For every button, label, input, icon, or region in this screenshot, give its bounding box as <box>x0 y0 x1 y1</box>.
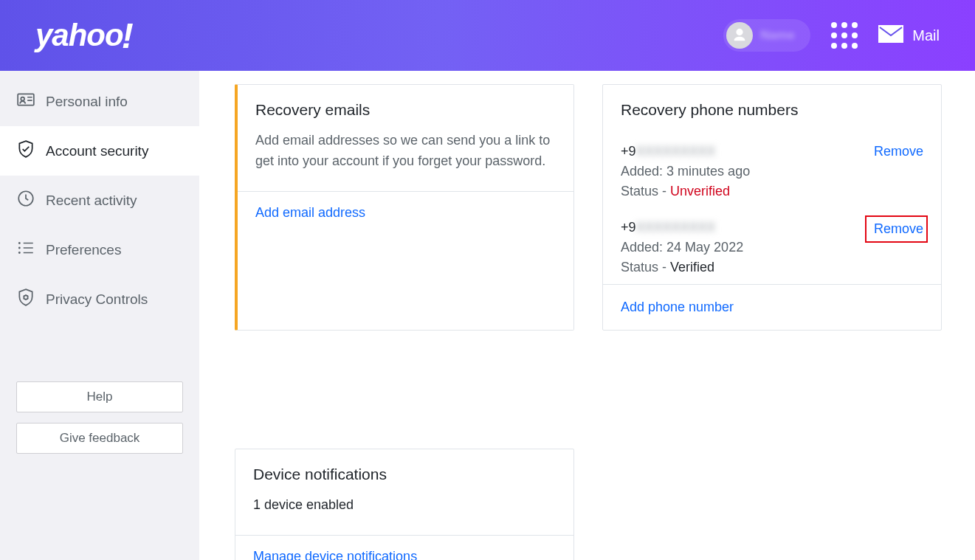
mail-icon <box>878 25 903 46</box>
mail-label: Mail <box>912 27 940 44</box>
remove-phone-link[interactable]: Remove <box>874 221 923 236</box>
card-title: Device notifications <box>253 466 556 483</box>
clock-icon <box>16 189 35 212</box>
recovery-phones-card: Recovery phone numbers +9XXXXXXXXX Added… <box>602 84 942 331</box>
phone-entry: +9XXXXXXXXX Added: 24 May 2022 Status - … <box>603 208 941 284</box>
card-title: Recovery emails <box>255 101 556 119</box>
sidebar-item-privacy-controls[interactable]: Privacy Controls <box>0 274 199 324</box>
sidebar-item-recent-activity[interactable]: Recent activity <box>0 176 199 225</box>
svg-rect-0 <box>878 25 903 43</box>
device-notifications-card: Device notifications 1 device enabled Ma… <box>235 449 574 560</box>
help-button[interactable]: Help <box>16 381 183 412</box>
yahoo-logo[interactable]: yahoo! <box>35 15 133 56</box>
card-desc: Add email addresses so we can send you a… <box>255 131 556 172</box>
logo-excl: ! <box>122 15 133 56</box>
recovery-emails-card: Recovery emails Add email addresses so w… <box>235 84 574 331</box>
sidebar-item-account-security[interactable]: Account security <box>0 126 199 176</box>
phone-entry: +9XXXXXXXXX Added: 3 minutes ago Status … <box>603 132 941 208</box>
avatar-name: Name <box>760 28 797 43</box>
phone-status: Status - Verified <box>621 260 743 275</box>
sidebar-item-label: Personal info <box>46 94 128 110</box>
privacy-shield-icon <box>16 288 35 311</box>
svg-point-4 <box>18 242 21 244</box>
header-bar: yahoo! Name Mail <box>0 0 975 71</box>
feedback-button[interactable]: Give feedback <box>16 423 183 454</box>
logo-text: yahoo <box>35 18 123 53</box>
remove-phone-link[interactable]: Remove <box>874 144 923 159</box>
sidebar-item-label: Recent activity <box>46 193 137 209</box>
account-menu[interactable]: Name <box>723 19 810 52</box>
add-phone-link[interactable]: Add phone number <box>621 300 734 315</box>
avatar-icon <box>726 22 753 49</box>
id-card-icon <box>16 90 35 113</box>
list-icon <box>16 238 35 261</box>
phone-status: Status - Unverified <box>621 184 750 199</box>
remove-highlight-box: Remove <box>865 215 928 243</box>
shield-icon <box>16 139 35 162</box>
mail-link[interactable]: Mail <box>878 25 940 46</box>
svg-point-6 <box>18 252 21 254</box>
content-area: Recovery emails Add email addresses so w… <box>199 71 975 560</box>
phone-added: Added: 3 minutes ago <box>621 164 750 179</box>
body-wrap: Personal info Account security Recent ac… <box>0 71 975 560</box>
sidebar-item-label: Preferences <box>46 242 121 258</box>
sidebar-item-label: Account security <box>46 143 148 159</box>
header-right: Name Mail <box>723 19 940 52</box>
add-email-link[interactable]: Add email address <box>255 205 365 221</box>
device-count: 1 device enabled <box>253 495 556 516</box>
phone-number: +9XXXXXXXXX <box>621 144 750 159</box>
phone-added: Added: 24 May 2022 <box>621 240 743 255</box>
manage-device-link[interactable]: Manage device notifications <box>253 549 417 560</box>
apps-grid-icon[interactable] <box>831 22 858 49</box>
phone-number: +9XXXXXXXXX <box>621 220 743 235</box>
sidebar: Personal info Account security Recent ac… <box>0 71 199 560</box>
svg-point-7 <box>24 295 27 299</box>
sidebar-item-label: Privacy Controls <box>46 291 148 308</box>
svg-point-5 <box>18 247 21 249</box>
sidebar-item-preferences[interactable]: Preferences <box>0 225 199 274</box>
card-title: Recovery phone numbers <box>621 101 923 119</box>
svg-point-2 <box>21 97 24 101</box>
sidebar-item-personal-info[interactable]: Personal info <box>0 77 199 126</box>
